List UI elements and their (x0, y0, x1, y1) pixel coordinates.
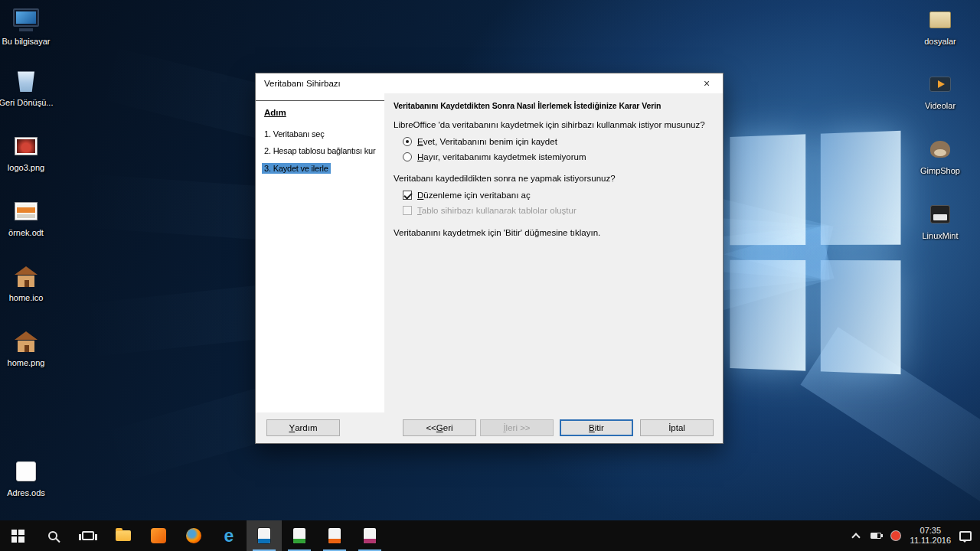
finish-instruction: Veritabanını kaydetmek için 'Bitir' düğm… (394, 228, 714, 237)
desktop-icon-label: Geri Dönüşü... (0, 98, 53, 108)
taskbar-spacer (387, 520, 846, 551)
taskbar: e 07:35 11.11.2016 (0, 520, 980, 551)
libreoffice-calc-icon (293, 528, 305, 543)
libreoffice-impress-icon (328, 528, 341, 543)
libreoffice-impress-button[interactable] (317, 520, 352, 551)
computer-icon (13, 6, 39, 34)
clock-date: 11.11.2016 (910, 536, 951, 546)
writer-document-icon (15, 197, 38, 225)
wizard-step-3-selected[interactable]: 3. Kaydet ve ilerle (262, 163, 331, 174)
pinned-app-button[interactable] (141, 520, 176, 551)
windows-logo-pane (821, 260, 901, 374)
gimpshop-icon (930, 135, 950, 163)
checkbox-label: Tablo sihirbazı kullanarak tablolar oluş… (417, 206, 577, 215)
wizard-step-2[interactable]: 2. Hesap tablosu bağlantısı kur (264, 146, 384, 155)
taskbar-clock[interactable]: 07:35 11.11.2016 (906, 526, 956, 546)
checkbox-label: Düzenleme için veritabanı aç (417, 191, 531, 200)
libreoffice-draw-icon (364, 528, 376, 543)
steps-header: Adım (264, 108, 384, 117)
steps-panel-divider (256, 100, 384, 101)
radio-button[interactable] (403, 152, 412, 161)
desktop-icon-label: logo3.png (8, 163, 44, 173)
back-button[interactable]: << Geri (403, 419, 476, 436)
recording-indicator-button[interactable] (886, 520, 906, 551)
search-icon (48, 531, 57, 540)
image-file-icon (15, 132, 38, 160)
linuxmint-icon (930, 201, 950, 228)
videos-icon (929, 70, 951, 98)
dialog-title: Veritabanı Sihirbazı (264, 79, 341, 88)
libreoffice-draw-button[interactable] (352, 520, 387, 551)
wizard-main-panel: Veritabanını Kaydetdikten Sonra Nasıl İl… (384, 93, 723, 412)
desktop-icon-label: Bu bilgisayar (2, 37, 51, 47)
dialog-body: Adım 1. Veritabanı seç 2. Hesap tablosu … (256, 93, 723, 412)
next-button-disabled[interactable]: İleri >> (480, 419, 554, 436)
desktop-icon-ornek-odt[interactable]: örnek.odt (0, 197, 54, 238)
edge-button[interactable]: e (211, 520, 247, 551)
action-center-button[interactable] (956, 520, 975, 551)
checkbox-open-for-editing[interactable]: Düzenleme için veritabanı aç (403, 191, 714, 200)
desktop-icon-label: dosyalar (924, 37, 956, 47)
recycle-bin-icon (18, 67, 34, 95)
battery-button[interactable] (866, 520, 886, 551)
folder-icon (116, 530, 131, 541)
task-view-icon (82, 531, 94, 540)
spreadsheet-file-icon (16, 458, 36, 485)
libreoffice-calc-button[interactable] (282, 520, 317, 551)
desktop-icon-label: örnek.odt (8, 228, 44, 238)
checkbox-checked[interactable] (403, 191, 412, 200)
desktop-icon-logo3-png[interactable]: logo3.png (0, 132, 54, 173)
desktop-icon-home-png[interactable]: home.png (0, 328, 54, 368)
files-icon (929, 6, 951, 34)
help-button[interactable]: Yardım (266, 419, 340, 436)
house-icon (15, 262, 38, 290)
desktop-icon-recycle-bin[interactable]: Geri Dönüşü... (0, 67, 54, 108)
desktop-icon-gimpshop[interactable]: GimpShop (913, 135, 968, 176)
tray-chevron-button[interactable] (846, 520, 866, 551)
wizard-steps-panel: Adım 1. Veritabanı seç 2. Hesap tablosu … (256, 93, 384, 412)
search-button[interactable] (35, 520, 70, 551)
task-view-button[interactable] (70, 520, 106, 551)
finish-button[interactable]: Bitir (560, 419, 633, 436)
cancel-button[interactable]: İptal (640, 419, 714, 436)
libreoffice-writer-icon (258, 528, 270, 543)
desktop-icon-label: home.ico (9, 293, 44, 303)
radio-label: Evet, Veritabanını benim için kaydet (417, 137, 557, 146)
radio-register-yes[interactable]: Evet, Veritabanını benim için kaydet (403, 137, 714, 146)
edge-icon: e (224, 527, 234, 545)
desktop-icon-videolar[interactable]: Videolar (913, 70, 968, 111)
database-wizard-dialog: Veritabanı Sihirbazı × Adım 1. Veritaban… (255, 73, 724, 444)
windows-logo-pane (730, 134, 805, 245)
start-button[interactable] (0, 520, 35, 551)
dialog-button-row: Yardım << Geri İleri >> Bitir İptal (256, 412, 723, 443)
libreoffice-writer-button-active[interactable] (247, 520, 282, 551)
desktop-icon-label: GimpShop (920, 166, 960, 176)
battery-icon (871, 533, 881, 539)
desktop-icon-dosyalar[interactable]: dosyalar (913, 6, 968, 47)
radio-register-no[interactable]: Hayır, veritabanımı kaydetmek istemiyoru… (403, 152, 714, 161)
desktop-icon-this-pc[interactable]: Bu bilgisayar (0, 6, 54, 47)
firefox-icon (186, 528, 201, 543)
register-question: LibreOffice 'da veritabanını kaydetmek i… (394, 119, 714, 130)
clock-time: 07:35 (910, 526, 951, 536)
file-explorer-button[interactable] (106, 520, 141, 551)
windows-logo-pane (821, 131, 901, 245)
action-center-icon (959, 531, 972, 541)
firefox-button[interactable] (176, 520, 211, 551)
after-save-question: Veritabanı kaydedildikten sonra ne yapma… (394, 173, 714, 184)
desktop-icon-home-ico[interactable]: home.ico (0, 262, 54, 303)
desktop-icon-adres-ods[interactable]: Adres.ods (0, 458, 54, 498)
system-tray: 07:35 11.11.2016 (846, 520, 980, 551)
radio-button-selected[interactable] (403, 137, 412, 146)
desktop-icon-label: home.png (8, 358, 45, 368)
dialog-titlebar[interactable]: Veritabanı Sihirbazı × (256, 73, 723, 93)
radio-label: Hayır, veritabanımı kaydetmek istemiyoru… (417, 152, 586, 161)
desktop-icon-linuxmint[interactable]: LinuxMint (913, 201, 968, 241)
wizard-step-1[interactable]: 1. Veritabanı seç (264, 129, 384, 139)
screen: Bu bilgisayar Geri Dönüşü... logo3.png ö… (0, 0, 980, 551)
house-icon (15, 328, 38, 355)
windows-start-icon (11, 530, 24, 543)
chevron-up-icon (851, 533, 860, 541)
close-icon[interactable]: × (691, 73, 723, 93)
checkbox-unchecked (403, 206, 412, 215)
